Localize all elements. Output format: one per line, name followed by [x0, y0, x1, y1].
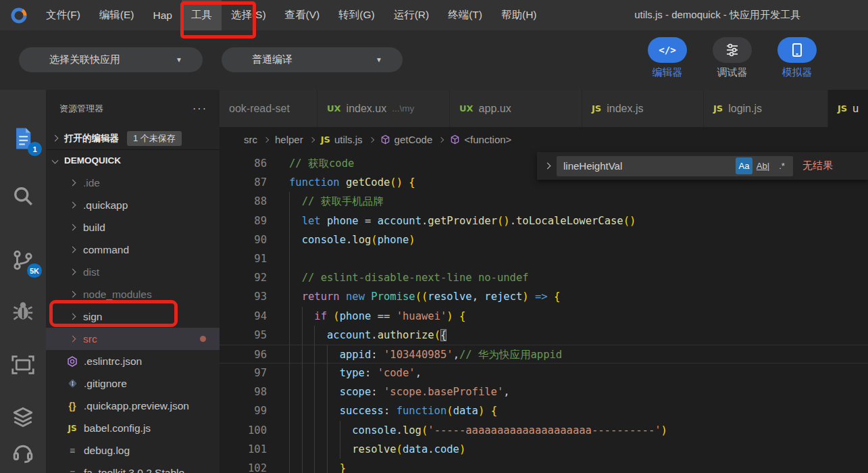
- tree-item-build[interactable]: build: [46, 216, 220, 239]
- tab-login.js[interactable]: JSlogin.js: [704, 90, 828, 127]
- menu-选择(S)[interactable]: 选择(S): [222, 0, 276, 30]
- tab-index.ux[interactable]: UXindex.ux...\my: [317, 90, 450, 127]
- tree-item-label: .quickapp: [83, 199, 128, 211]
- code-line-101: 101resolve(data.code): [220, 440, 868, 459]
- breadcrumb-utils.js[interactable]: JSutils.js: [321, 134, 363, 145]
- line-number: 98: [220, 382, 267, 401]
- menu-文件(F)[interactable]: 文件(F): [36, 0, 90, 30]
- whole-word-toggle[interactable]: Ab|: [755, 157, 771, 174]
- tree-item-.quickapp.preview.json[interactable]: {}.quickapp.preview.json: [46, 395, 220, 417]
- app-select-dropdown[interactable]: 选择关联快应用 ▼: [19, 47, 203, 72]
- layers-icon[interactable]: [7, 401, 39, 433]
- tab-u[interactable]: JSu: [828, 90, 868, 127]
- tree-item-.eslintrc.json[interactable]: .eslintrc.json: [46, 350, 220, 372]
- menu-帮助(H)[interactable]: 帮助(H): [492, 0, 546, 30]
- chevron-down-icon: ▼: [376, 56, 403, 64]
- menu-工具[interactable]: 工具: [182, 0, 222, 30]
- tree-item-label: .quickapp.preview.json: [84, 400, 189, 412]
- preview-frame-icon[interactable]: [7, 349, 39, 381]
- tree-item-.ide[interactable]: .ide: [46, 172, 220, 194]
- tab-path-suffix: ...\my: [392, 103, 414, 114]
- log-file-icon: ≡: [66, 468, 78, 473]
- tab-index.js[interactable]: JSindex.js: [582, 90, 704, 127]
- code-line-94: 94if (phone == 'huawei') {: [220, 307, 868, 326]
- breadcrumb-label: utils.js: [334, 134, 363, 145]
- breadcrumb-src[interactable]: src: [244, 134, 257, 145]
- explorer-icon[interactable]: 1: [7, 122, 39, 155]
- log-file-icon: ≡: [66, 445, 78, 456]
- menu-编辑(E)[interactable]: 编辑(E): [90, 0, 144, 30]
- tree-item-fa_toolkit 3.0.2 Stable[interactable]: ≡fa_toolkit 3.0.2 Stable: [46, 462, 220, 473]
- code-line-text: [289, 249, 302, 268]
- open-editors-section[interactable]: 打开的编辑器 1 个未保存: [46, 127, 220, 149]
- menu-终端(T)[interactable]: 终端(T): [438, 0, 492, 30]
- match-case-toggle[interactable]: Aa: [736, 157, 752, 174]
- breadcrumb-separator-icon: [263, 136, 269, 142]
- tree-item-dist[interactable]: dist: [46, 261, 220, 283]
- js-file-icon: JS: [838, 103, 847, 114]
- tree-item-debug.log[interactable]: ≡debug.log: [46, 439, 220, 462]
- tab-ook-read-set[interactable]: ook-read-set: [220, 90, 317, 127]
- support-headset-icon[interactable]: [7, 437, 39, 469]
- tree-item-sign[interactable]: sign: [46, 305, 220, 328]
- line-number: 100: [220, 421, 267, 440]
- code-line-99: 99success: function(data) {: [220, 401, 868, 420]
- tab-label: u: [852, 103, 859, 115]
- tree-item-command[interactable]: command: [46, 239, 220, 261]
- tree-item-label: .eslintrc.json: [84, 355, 142, 368]
- js-file-icon: JS: [321, 134, 330, 145]
- js-file-icon: JS: [592, 103, 601, 114]
- sidebar-title: 资源管理器: [59, 103, 103, 115]
- menu-bar: 文件(F)编辑(E)Hap工具选择(S)查看(V)转到(G)运行(R)终端(T)…: [36, 0, 546, 30]
- simulator-mode-button[interactable]: [777, 37, 817, 63]
- search-icon[interactable]: [7, 180, 39, 212]
- compile-mode-dropdown[interactable]: 普通编译 ▼: [222, 47, 403, 72]
- breadcrumb-label: <function>: [464, 134, 511, 145]
- code-line-98: 98scope: 'scope.baseProfile',: [220, 382, 868, 401]
- find-expand-icon[interactable]: [544, 163, 551, 170]
- menu-运行(R)[interactable]: 运行(R): [384, 0, 439, 30]
- code-line-95: 95account.authorize({: [220, 326, 868, 345]
- tab-app.ux[interactable]: UXapp.ux: [450, 90, 582, 127]
- tree-item-.gitignore[interactable]: .gitignore: [46, 372, 220, 395]
- code-line-text: account.authorize({: [289, 326, 446, 345]
- source-control-icon[interactable]: 5K: [7, 244, 39, 276]
- debugger-mode-button[interactable]: [713, 37, 752, 63]
- app-select-value: 选择关联快应用: [19, 53, 120, 66]
- tree-item-label: build: [83, 222, 105, 234]
- window-title: utils.js - demoquick - 快应用开发工具: [634, 9, 800, 22]
- breadcrumb-separator-icon: [368, 136, 374, 142]
- debug-icon[interactable]: [7, 295, 39, 327]
- code-line-text: return new Promise((resolve, reject) => …: [289, 287, 560, 306]
- more-actions-icon[interactable]: ···: [193, 103, 207, 115]
- find-input[interactable]: [563, 160, 734, 172]
- tree-item-node_modules[interactable]: node_modules: [46, 283, 220, 305]
- menu-Hap[interactable]: Hap: [143, 0, 181, 30]
- breadcrumb-<function>[interactable]: <function>: [450, 134, 511, 145]
- code-line-text: function getCode() {: [289, 173, 415, 192]
- tree-item-src[interactable]: src: [46, 328, 220, 350]
- tab-label: index.ux: [347, 103, 387, 115]
- tree-item-label: src: [83, 333, 97, 345]
- menu-查看(V)[interactable]: 查看(V): [276, 0, 330, 30]
- tree-item-label: debug.log: [84, 445, 130, 457]
- regex-toggle[interactable]: .*: [773, 157, 790, 174]
- line-number: 99: [220, 401, 267, 420]
- code-line-93: 93return new Promise((resolve, reject) =…: [220, 287, 868, 306]
- project-section[interactable]: DEMOQUICK: [46, 149, 220, 172]
- tree-item-.quickapp[interactable]: .quickapp: [46, 194, 220, 216]
- js-file-icon: JS: [713, 103, 723, 114]
- breadcrumb-label: src: [244, 134, 257, 145]
- chevron-right-icon: [52, 135, 59, 142]
- menu-转到(G)[interactable]: 转到(G): [329, 0, 384, 30]
- breadcrumb-helper[interactable]: helper: [275, 134, 303, 145]
- code-editor[interactable]: 86// 获取code87function getCode() {88// 获取…: [220, 152, 868, 473]
- editor-mode-button[interactable]: </>: [648, 37, 687, 63]
- breadcrumb-getCode[interactable]: getCode: [380, 134, 433, 145]
- code-line-90: 90console.log(phone): [220, 230, 868, 249]
- line-number: 91: [220, 249, 267, 268]
- tree-item-babel.config.js[interactable]: JSbabel.config.js: [46, 417, 220, 439]
- code-line-100: 100console.log('-----aaaaaaaaaaaaaaaaaaa…: [220, 421, 868, 440]
- project-name: DEMOQUICK: [64, 155, 121, 166]
- chevron-down-icon: ▼: [176, 56, 203, 64]
